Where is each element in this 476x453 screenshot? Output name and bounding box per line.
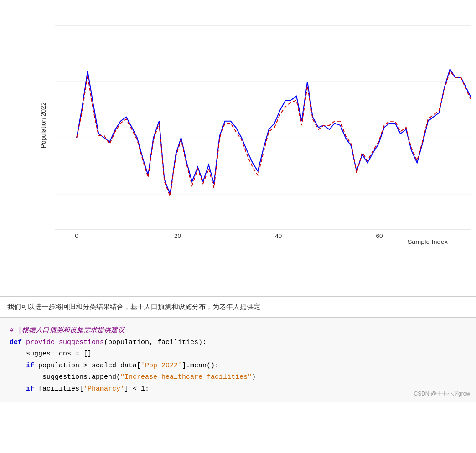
y-axis-label: Population 2022: [40, 102, 47, 148]
svg-text:Sample Index: Sample Index: [408, 238, 448, 246]
description-text: 我们可以进一步将回归和分类结果结合，基于人口预测和设施分布，为老年人提供定: [7, 303, 260, 310]
code-line-4: suggestions.append("Increase healthcare …: [10, 371, 466, 383]
svg-rect-0: [55, 5, 471, 246]
code-comment: # |根据人口预测和设施需求提供建议: [10, 325, 466, 337]
code-line-5: if facilities['Phamarcy'] < 1:: [10, 383, 466, 395]
code-block: # |根据人口预测和设施需求提供建议 def provide_suggestio…: [0, 317, 476, 402]
svg-text:20: 20: [174, 232, 181, 239]
chart-container: Population 2022 2 1 0 −1 0 20 40 60 Samp…: [32, 5, 471, 269]
svg-text:60: 60: [376, 232, 383, 239]
svg-text:40: 40: [275, 232, 282, 239]
svg-text:0: 0: [75, 232, 78, 239]
code-line-1: def provide_suggestions(population, faci…: [10, 337, 466, 349]
code-line-3: if population > scaled_data['Pop_2022'].…: [10, 360, 466, 372]
text-description: 我们可以进一步将回归和分类结果结合，基于人口预测和设施分布，为老年人提供定: [0, 296, 476, 317]
chart-area: Population 2022 2 1 0 −1 0 20 40 60 Samp…: [0, 0, 476, 296]
watermark: CSDN @十十小屋grow: [414, 389, 470, 398]
code-line-2: suggestions = []: [10, 348, 466, 360]
chart-svg: 2 1 0 −1 0 20 40 60 Sample Index: [55, 5, 471, 246]
